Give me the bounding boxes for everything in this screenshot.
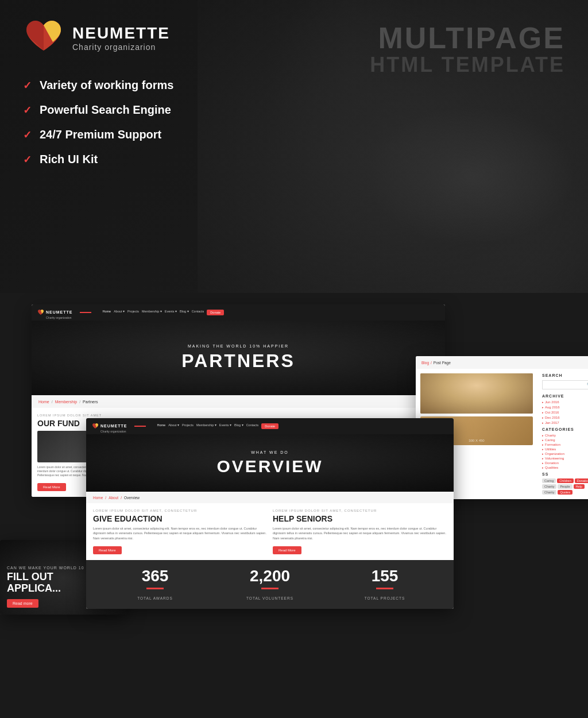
partners-hero: MAKING THE WORLD 10% HAPPIER PARTNERS xyxy=(32,321,445,395)
archive-jan[interactable]: Jan 2017 xyxy=(542,421,588,424)
feature-item-1: ✓ Variety of working forms xyxy=(23,79,565,92)
stat-projects: 155 TOTAL PROJECTS xyxy=(327,567,442,602)
cat-donation[interactable]: Donation xyxy=(542,461,588,465)
tags-container: Caring Children Donation Charity People … xyxy=(542,478,588,495)
fund-read-more[interactable]: Read More xyxy=(37,483,66,491)
blog-breadcrumb: Blog / Post Page xyxy=(416,356,588,369)
categories-label: CATEGORIES xyxy=(542,427,588,431)
partners-donate-btn[interactable]: Donate xyxy=(207,310,224,315)
check-icon-2: ✓ xyxy=(23,104,32,117)
feature-label-1: Variety of working forms xyxy=(40,79,173,92)
stat-volunteers-number: 2,200 xyxy=(212,567,327,585)
cat-formation[interactable]: Formation xyxy=(542,443,588,446)
stat-awards: 365 TOTAL AWARDS xyxy=(98,567,212,602)
archive-dec[interactable]: Dec 2016 xyxy=(542,416,588,419)
stat-underline-1 xyxy=(146,588,164,589)
template-html: HTML TEMPLATE xyxy=(370,53,565,77)
logo-text: NEUMETTE Charity organizarion xyxy=(72,24,170,52)
overview-breadcrumb: Home / About / Overview xyxy=(86,492,454,503)
tag-children[interactable]: Children xyxy=(557,478,573,483)
feature-item-4: ✓ Rich UI Kit xyxy=(23,153,565,166)
feature-label-2: Powerful Search Engine xyxy=(40,103,171,117)
stat-awards-label: TOTAL AWARDS xyxy=(137,596,173,600)
overview-nav-line xyxy=(134,426,146,427)
partners-nav: NEUMETTE Charity organization Home About… xyxy=(32,304,445,321)
partners-nav-brand: NEUMETTE Charity organization xyxy=(46,306,73,319)
stat-awards-number: 365 xyxy=(98,567,212,585)
stat-volunteers: 2,200 TOTAL VOLUNTEERS xyxy=(212,567,327,602)
template-label: MULTIPAGE HTML TEMPLATE xyxy=(370,23,565,77)
main-previews-area: NEUMETTE Charity organization Home About… xyxy=(0,293,588,718)
overview-title: OVERVIEW xyxy=(216,457,323,476)
feature-label-3: 24/7 Premium Support xyxy=(40,128,161,141)
tag-donation[interactable]: Donation xyxy=(575,478,588,483)
feature-label-4: Rich UI Kit xyxy=(40,153,98,166)
stat-projects-label: TOTAL PROJECTS xyxy=(365,596,405,600)
partners-breadcrumb: Home / Membership / Partners xyxy=(32,395,445,408)
archive-aug[interactable]: Aug 2016 xyxy=(542,406,588,409)
overview-col-1: LOREM IPSUM DOLOR SIT AMET, CONSECTETUR … xyxy=(93,509,267,554)
ov-title-1: GIVE EDUACTION xyxy=(93,514,267,523)
partners-nav-heart-icon xyxy=(37,309,44,316)
archive-oct[interactable]: Oct 2016 xyxy=(542,411,588,414)
overview-content: LOREM IPSUM DOLOR SIT AMET, CONSECTETUR … xyxy=(86,503,454,560)
blog-person-img xyxy=(420,373,533,414)
blog-image xyxy=(420,373,533,414)
brand-tagline: Charity organizarion xyxy=(72,43,170,52)
top-section: NEUMETTE Charity organizarion ✓ Variety … xyxy=(0,0,588,293)
ov-read-more-2[interactable]: Read More xyxy=(273,546,301,554)
ov-title-2: HELP SENIORS xyxy=(273,514,447,523)
ov-text-2: Lorem ipsum dolor sit amet, consectetur … xyxy=(273,526,447,541)
overview-nav-logo: NEUMETTE Charity organization xyxy=(92,419,127,433)
partners-nav-items: Home About ▾ Projects Membership ▾ Event… xyxy=(103,310,225,315)
search-label: SEARCH xyxy=(542,373,588,377)
cat-caring[interactable]: Caring xyxy=(542,438,588,442)
preview-overview: NEUMETTE Charity organization Home About… xyxy=(86,418,454,609)
cat-charity[interactable]: Charity xyxy=(542,434,588,437)
search-box[interactable]: 🔍 xyxy=(542,380,588,389)
cat-volunteering[interactable]: Volunteering xyxy=(542,457,588,460)
fund-label: LOREM IPSUM DOLOR SIT AMET xyxy=(37,414,121,417)
ov-text-1: Lorem ipsum dolor sit amet, consectetur … xyxy=(93,526,267,541)
cat-qualities[interactable]: Qualities xyxy=(542,466,588,469)
feature-item-3: ✓ 24/7 Premium Support xyxy=(23,128,565,141)
logo-icon xyxy=(23,17,64,59)
overview-col-2: LOREM IPSUM DOLOR SIT AMET, CONSECTETUR … xyxy=(273,509,447,554)
archive-jun[interactable]: Jun 2016 xyxy=(542,400,588,404)
feature-item-2: ✓ Powerful Search Engine xyxy=(23,103,565,117)
stats-bar: 365 TOTAL AWARDS 2,200 TOTAL VOLUNTEERS … xyxy=(86,560,454,609)
overview-nav: NEUMETTE Charity organization Home About… xyxy=(86,418,454,434)
tag-people[interactable]: People xyxy=(558,484,572,489)
overview-donate-btn[interactable]: Donate xyxy=(261,423,278,429)
fillout-read-more[interactable]: Read more xyxy=(7,599,38,608)
stat-projects-number: 155 xyxy=(327,567,442,585)
overview-nav-brand: NEUMETTE Charity organization xyxy=(100,419,127,433)
check-icon-1: ✓ xyxy=(23,79,32,92)
tags-label: SS xyxy=(542,472,588,476)
template-multipage: MULTIPAGE xyxy=(370,23,565,53)
tag-charity[interactable]: Charity xyxy=(542,484,556,489)
cat-organization[interactable]: Organization xyxy=(542,452,588,455)
partners-nav-logo: NEUMETTE Charity organization xyxy=(37,306,73,319)
overview-nav-items: Home About ▾ Projects Membership ▾ Event… xyxy=(157,423,279,429)
tag-charity2[interactable]: Charity xyxy=(542,490,556,495)
stat-volunteers-label: TOTAL VOLUNTEERS xyxy=(246,596,293,600)
thumb-size: 300 X 450 xyxy=(469,439,484,442)
features-list: ✓ Variety of working forms ✓ Powerful Se… xyxy=(23,79,565,166)
brand-name: NEUMETTE xyxy=(72,24,170,43)
check-icon-4: ✓ xyxy=(23,153,32,166)
ov-label-1: LOREM IPSUM DOLOR SIT AMET, CONSECTETUR xyxy=(93,509,267,512)
archive-label: ARCHIVE xyxy=(542,394,588,398)
partners-subtitle: MAKING THE WORLD 10% HAPPIER xyxy=(188,344,289,348)
overview-hero: WHAT WE DO OVERVIEW xyxy=(86,434,454,492)
partners-nav-line xyxy=(80,312,91,313)
tag-quotes[interactable]: Quotes xyxy=(558,490,572,495)
cat-utilities[interactable]: Utilities xyxy=(542,447,588,451)
ov-label-2: LOREM IPSUM DOLOR SIT AMET, CONSECTETUR xyxy=(273,509,447,512)
blog-sidebar: SEARCH 🔍 ARCHIVE Jun 2016 Aug 2016 Oct 2… xyxy=(542,369,588,499)
ov-read-more-1[interactable]: Read More xyxy=(93,546,122,554)
partners-title: PARTNERS xyxy=(181,350,295,372)
stat-underline-2 xyxy=(261,588,278,589)
tag-help[interactable]: Help xyxy=(574,484,585,489)
tag-caring[interactable]: Caring xyxy=(542,478,556,483)
